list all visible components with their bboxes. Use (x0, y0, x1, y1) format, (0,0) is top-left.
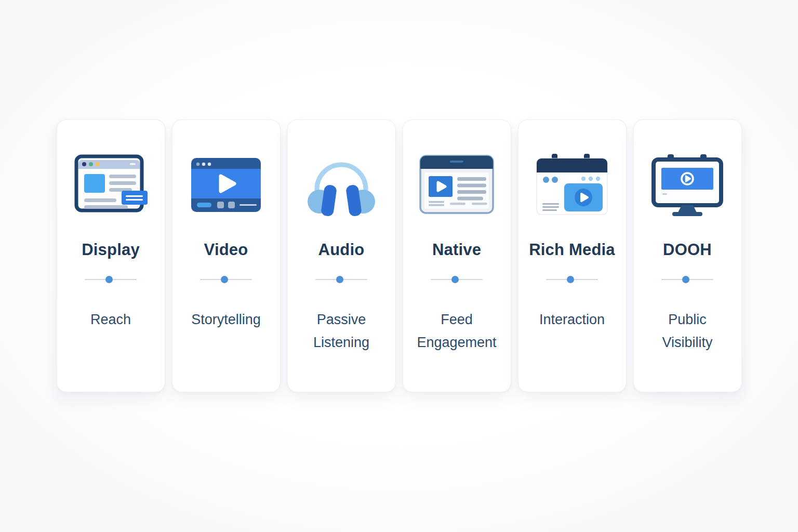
divider-dot (682, 276, 689, 283)
card-subtitle: Interaction (527, 308, 618, 331)
slider-divider (431, 276, 483, 283)
card-subtitle: Feed Engagement (411, 308, 502, 354)
card-subtitle: Storytelling (181, 308, 272, 331)
card-dooh[interactable]: DOOH Public Visibility (633, 119, 742, 392)
card-subtitle: Passive Listening (296, 308, 387, 354)
digital-screen-icon (634, 148, 741, 222)
slider-divider (200, 276, 252, 283)
card-row: Display Reach (0, 119, 798, 392)
card-native[interactable]: Native Feed Engagement (403, 119, 511, 392)
slider-divider (85, 276, 137, 283)
card-title: Native (403, 240, 511, 260)
rich-media-window-icon (518, 148, 626, 222)
ad-formats-infographic: Display Reach (0, 0, 798, 532)
slider-divider (661, 276, 713, 283)
slider-divider (315, 276, 367, 283)
card-subtitle: Public Visibility (642, 308, 733, 354)
card-audio[interactable]: Audio Passive Listening (287, 119, 396, 392)
browser-ad-icon (57, 148, 165, 222)
card-title: Rich Media (518, 240, 626, 260)
divider-dot (451, 276, 459, 283)
card-display[interactable]: Display Reach (57, 119, 165, 392)
video-player-icon (172, 148, 280, 222)
divider-dot (567, 276, 574, 283)
card-title: Display (57, 240, 165, 260)
card-video[interactable]: Video Storytelling (172, 119, 281, 392)
card-subtitle: Reach (65, 308, 156, 331)
card-title: Video (172, 240, 280, 260)
divider-dot (336, 276, 343, 283)
slider-divider (546, 276, 598, 283)
card-rich-media[interactable]: Rich Media Interaction (518, 119, 627, 392)
headphones-icon (288, 148, 395, 222)
divider-dot (105, 276, 113, 283)
divider-dot (221, 276, 228, 283)
card-title: DOOH (634, 240, 741, 260)
native-feed-icon (403, 148, 511, 222)
card-title: Audio (288, 240, 395, 260)
